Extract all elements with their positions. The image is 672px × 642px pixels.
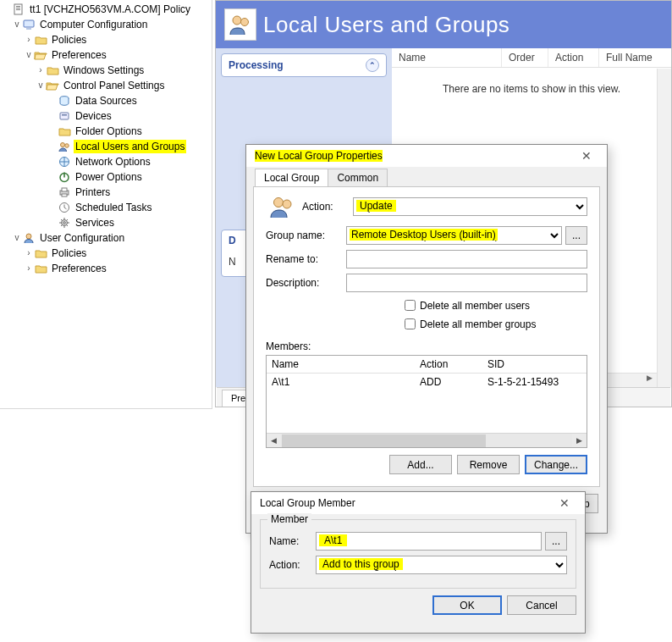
tree-item-local-users-and-groups[interactable]: Local Users and Groups: [74, 140, 186, 153]
tree-item-policies[interactable]: Policies: [50, 33, 88, 47]
svg-rect-7: [60, 113, 69, 119]
label-members: Members:: [266, 340, 587, 352]
tree-item-computer-config[interactable]: Computer Configuration: [38, 18, 149, 31]
folder-icon: [34, 246, 47, 260]
description-input[interactable]: [346, 274, 587, 292]
member-row[interactable]: A\t1 ADD S-1-5-21-15493: [267, 374, 587, 390]
member-name: A\t1: [267, 374, 415, 390]
change-button[interactable]: Change...: [525, 455, 587, 474]
folderoptions-icon: [58, 125, 71, 138]
tree-item-control-panel-settings[interactable]: Control Panel Settings: [62, 79, 166, 92]
label-group-name: Group name:: [266, 230, 346, 241]
users-groups-icon: [224, 8, 256, 41]
policy-tree[interactable]: tt1 [VCHZHO563VM.A.COM] Policy v Compute…: [0, 0, 212, 276]
tree-item-uc-policies[interactable]: Policies: [50, 246, 88, 260]
expander-icon[interactable]: ›: [24, 263, 34, 274]
svg-rect-1: [16, 6, 20, 7]
members-scrollbar[interactable]: ◀ ▶: [267, 433, 587, 447]
services-icon: [58, 216, 71, 230]
tree-item-preferences[interactable]: Preferences: [50, 48, 108, 62]
scroll-thumb[interactable]: [282, 434, 486, 447]
panel-body-text: N: [229, 256, 236, 268]
label-rename: Rename to:: [266, 253, 346, 265]
folder-icon: [34, 33, 47, 47]
collapse-icon[interactable]: ⌃: [366, 58, 379, 72]
tree-item-printers[interactable]: Printers: [74, 185, 112, 199]
expander-icon[interactable]: v: [24, 50, 34, 60]
label-action: Action:: [269, 559, 316, 571]
col-order[interactable]: Order: [502, 48, 548, 67]
member-groupbox: Member Name: A\t1 ... Action: Add to thi…: [260, 519, 576, 589]
computer-icon: [22, 18, 36, 31]
user-icon: [22, 231, 36, 245]
tree-item-user-config[interactable]: User Configuration: [38, 231, 126, 245]
svg-rect-8: [62, 114, 67, 116]
svg-rect-16: [62, 194, 67, 196]
label-description: Description:: [266, 277, 346, 289]
cancel-button[interactable]: Cancel: [507, 595, 576, 615]
col-action[interactable]: Action: [548, 48, 599, 67]
scroll-left-icon[interactable]: ◀: [267, 434, 281, 448]
tree-item-data-sources[interactable]: Data Sources: [74, 94, 139, 108]
col-name[interactable]: Name: [392, 48, 502, 67]
svg-point-24: [283, 200, 291, 208]
browse-group-button[interactable]: ...: [565, 226, 587, 245]
remove-button[interactable]: Remove: [457, 455, 520, 474]
dialog-page: Action: Update Update Group name: Remote…: [253, 186, 600, 487]
tree-item-services[interactable]: Services: [74, 216, 116, 230]
svg-point-20: [26, 234, 31, 239]
close-icon[interactable]: ✕: [553, 496, 576, 510]
scroll-right-icon[interactable]: ▶: [572, 434, 587, 448]
expander-icon[interactable]: ›: [36, 65, 46, 75]
vertical-scrollbar[interactable]: [657, 69, 671, 387]
member-action-select[interactable]: Add to this group: [316, 556, 567, 574]
expander-icon[interactable]: v: [36, 80, 46, 91]
tab-local-group[interactable]: Local Group: [255, 169, 328, 186]
action-select[interactable]: Update: [353, 197, 587, 216]
svg-point-10: [64, 144, 69, 148]
browse-member-button[interactable]: ...: [545, 532, 567, 551]
member-action: ADD: [415, 374, 482, 390]
label-action: Action:: [302, 201, 353, 213]
mcol-action[interactable]: Action: [415, 356, 482, 373]
svg-rect-5: [26, 28, 31, 30]
add-button[interactable]: Add...: [389, 455, 452, 474]
checkbox-delete-users[interactable]: [405, 300, 416, 311]
tree-item-folder-options[interactable]: Folder Options: [74, 125, 144, 138]
svg-point-23: [274, 198, 284, 208]
label-delete-users: Delete all member users: [420, 300, 530, 312]
banner-title: Local Users and Groups: [263, 12, 510, 38]
col-fullname[interactable]: Full Name: [599, 48, 671, 67]
document-icon: [12, 3, 25, 16]
tree-item-windows-settings[interactable]: Windows Settings: [62, 64, 146, 77]
expander-icon[interactable]: v: [12, 233, 22, 243]
tree-item-power-options[interactable]: Power Options: [74, 170, 144, 184]
users-groups-icon: [58, 140, 71, 153]
panel-processing: Processing ⌃: [221, 53, 387, 77]
rename-input[interactable]: [346, 250, 587, 268]
label-name: Name:: [269, 535, 316, 547]
banner: Local Users and Groups: [216, 1, 671, 48]
members-listview[interactable]: Name Action SID A\t1 ADD S-1-5-21-15493 …: [266, 355, 587, 448]
tree-item-devices[interactable]: Devices: [74, 109, 113, 123]
expander-icon[interactable]: v: [12, 19, 22, 30]
listview-header: Name Order Action Full Name: [392, 48, 671, 68]
mcol-name[interactable]: Name: [267, 356, 415, 373]
tree-item-network-options[interactable]: Network Options: [74, 155, 152, 169]
tree-pane: tt1 [VCHZHO563VM.A.COM] Policy v Compute…: [0, 0, 212, 409]
tree-item-uc-preferences[interactable]: Preferences: [50, 262, 108, 275]
tab-common[interactable]: Common: [328, 169, 388, 186]
group-name-select[interactable]: Remote Desktop Users (built-in): [346, 226, 562, 245]
network-icon: [58, 155, 71, 169]
tree-item-scheduled-tasks[interactable]: Scheduled Tasks: [74, 201, 154, 214]
checkbox-delete-groups[interactable]: [405, 318, 416, 329]
member-name-input[interactable]: [316, 532, 542, 551]
close-icon[interactable]: ✕: [575, 149, 598, 163]
svg-point-22: [241, 19, 249, 26]
tree-root[interactable]: tt1 [VCHZHO563VM.A.COM] Policy: [28, 3, 192, 16]
ok-button[interactable]: OK: [432, 595, 502, 615]
svg-rect-4: [24, 20, 34, 27]
mcol-sid[interactable]: SID: [482, 356, 587, 373]
expander-icon[interactable]: ›: [24, 35, 34, 45]
expander-icon[interactable]: ›: [24, 248, 34, 258]
